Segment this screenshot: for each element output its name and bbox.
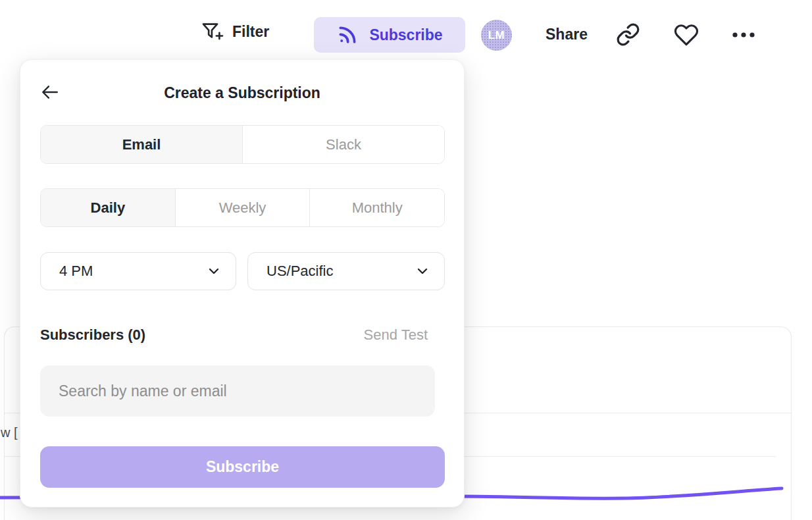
tab-weekly[interactable]: Weekly [175,189,310,226]
ellipsis-icon [730,26,757,43]
avatar-initials: LM [488,29,505,42]
channel-tabs: Email Slack [40,125,445,164]
subscribe-toolbar-label: Subscribe [369,26,442,44]
share-button[interactable]: Share [546,26,588,43]
share-label: Share [546,26,588,43]
favorite-button[interactable] [674,22,699,47]
filter-button[interactable]: Filter [199,20,269,44]
heart-icon [674,22,699,47]
time-select[interactable]: 4 PM [40,252,236,290]
frequency-tabs: Daily Weekly Monthly [40,188,445,227]
subscribers-heading: Subscribers (0) [40,326,145,344]
tab-email[interactable]: Email [41,126,242,163]
timezone-select[interactable]: US/Pacific [247,252,445,290]
modal-title: Create a Subscription [20,84,464,102]
clipped-row-text: w [ [1,425,18,440]
copy-link-button[interactable] [616,22,640,47]
send-test-button[interactable]: Send Test [364,326,428,344]
time-select-value: 4 PM [59,263,93,280]
more-menu-button[interactable] [730,26,757,43]
link-icon [616,22,640,47]
tab-slack[interactable]: Slack [242,126,444,163]
chevron-down-icon [207,264,221,278]
tab-daily[interactable]: Daily [41,189,175,226]
filter-plus-icon [199,20,224,44]
avatar[interactable]: LM [481,20,512,51]
tab-monthly[interactable]: Monthly [309,189,444,226]
subscriber-search-input[interactable] [40,365,435,417]
chevron-down-icon [415,264,430,278]
subscribe-submit-button[interactable]: Subscribe [40,446,445,488]
filter-label: Filter [232,23,269,41]
create-subscription-modal: Create a Subscription Email Slack Daily … [20,59,465,507]
rss-icon [336,24,359,46]
timezone-select-value: US/Pacific [266,263,333,280]
subscribe-toolbar-button[interactable]: Subscribe [314,17,465,53]
